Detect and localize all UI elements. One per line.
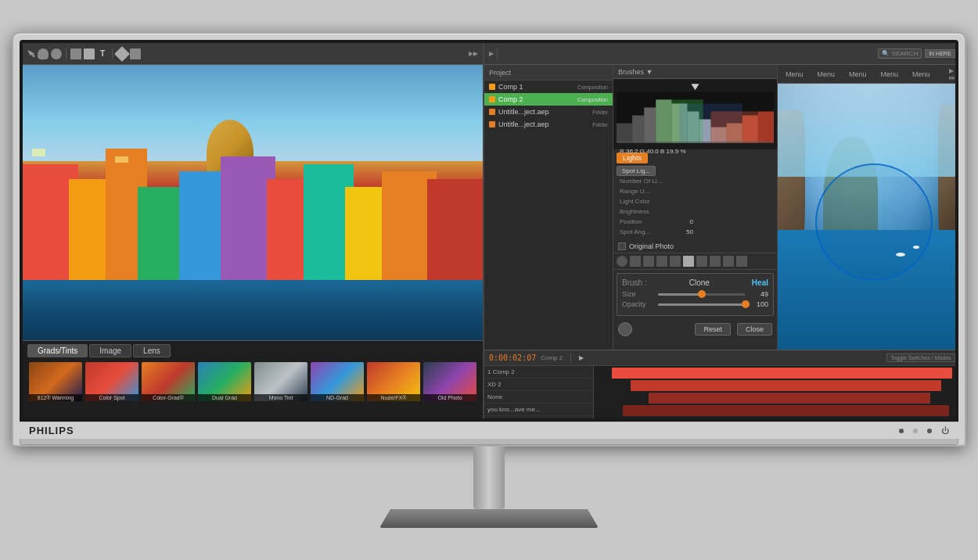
close-button[interactable]: Close — [737, 323, 772, 336]
track-bar-2 — [631, 380, 941, 391]
tab-grads-tints[interactable]: Grads/Tints — [27, 344, 88, 357]
project-item-folder2[interactable]: Untitle...ject.aep Folder — [484, 118, 613, 131]
reset-button[interactable]: Reset — [695, 323, 731, 336]
menu-bar: Menu Menu Menu Menu Menu ▶ ⏭ — [778, 65, 955, 84]
spot-lights-button[interactable]: Spot Lig... — [617, 166, 656, 176]
original-photo-checkbox[interactable] — [618, 242, 626, 250]
thumb-5[interactable]: Mono Tint — [254, 362, 307, 401]
position-value: 0 — [678, 218, 693, 225]
thumb-8[interactable]: Old Photo — [423, 362, 476, 401]
monitor-shell: T ▶▶ — [12, 32, 966, 447]
brush-header: Brush : Clone Heal — [622, 278, 768, 287]
heal-label[interactable]: Heal — [752, 278, 768, 287]
brush-label: Brush : — [622, 278, 647, 287]
track-bar-1 — [612, 368, 952, 379]
right-toolbar-end: ▶▶ — [469, 50, 478, 57]
tool-btn-4[interactable] — [656, 256, 667, 267]
size-slider-row: Size 49 — [622, 290, 768, 298]
thumb-3[interactable]: Color-Grad® — [142, 362, 195, 401]
search-icon: 🔍 — [882, 50, 890, 57]
toggle-switches-btn[interactable]: Toggle Switches / Modes — [886, 354, 955, 362]
size-slider[interactable] — [658, 293, 745, 296]
svg-rect-2 — [617, 124, 632, 143]
size-thumb[interactable] — [698, 290, 706, 298]
photo-background — [23, 65, 483, 340]
folder1-type: Folder — [592, 109, 608, 115]
opacity-thumb[interactable] — [742, 300, 750, 308]
tool-btn-9[interactable] — [723, 256, 734, 267]
thumb-3-label: Color-Grad® — [142, 394, 195, 401]
tool-btn-8[interactable] — [710, 256, 721, 267]
track-label-3: None — [484, 391, 593, 404]
project-item-folder1[interactable]: Untitle...ject.aep Folder — [484, 106, 613, 118]
sky-bright — [778, 84, 955, 177]
tool-btn-10[interactable] — [736, 256, 747, 267]
position-label: Position — [620, 218, 674, 225]
histogram-values: R 36.2 G 40.0 B 19.9 % — [617, 146, 774, 156]
buildings-layer — [23, 134, 483, 285]
tab-image[interactable]: Image — [89, 344, 131, 357]
menu-item-3[interactable]: Menu — [846, 69, 870, 80]
middle-panel: Brushes ▼ — [613, 65, 778, 350]
brightness-row: Brightness — [617, 206, 774, 217]
power-icon[interactable]: ⏻ — [941, 426, 949, 435]
project-item-comp2[interactable]: Comp 2 Composition — [484, 93, 613, 106]
thumb-6-label: ND-Grad — [311, 394, 364, 401]
tool-icons-row — [613, 253, 777, 270]
original-photo-row: Original Photo — [613, 240, 777, 253]
menu-item-5[interactable]: Menu — [909, 69, 933, 80]
timeline-comp-label: Comp 2 — [541, 354, 563, 361]
tool-btn-1[interactable] — [617, 256, 627, 267]
circle-control[interactable] — [618, 322, 632, 336]
brush-section: Brush : Clone Heal Size — [617, 273, 774, 316]
light-color-label: Light Color — [620, 198, 674, 205]
thumb-6[interactable]: ND-Grad — [311, 362, 364, 401]
opacity-slider[interactable] — [658, 303, 745, 306]
comp2-icon — [489, 96, 495, 102]
thumb-4[interactable]: Dual Grad — [198, 362, 251, 401]
folder1-icon — [489, 109, 495, 115]
pen-icon — [114, 46, 130, 62]
thumb-4-label: Dual Grad — [198, 394, 251, 401]
thumb-2[interactable]: Color Spot — [85, 362, 138, 401]
philips-logo: PHILIPS — [29, 425, 74, 436]
ocean-photo — [778, 84, 955, 350]
project-item-comp1[interactable]: Comp 1 Composition — [484, 81, 613, 93]
play-button[interactable]: ▶ — [579, 354, 584, 361]
status-indicator-3 — [927, 429, 932, 433]
timeline-header: 0:00:02:07 Comp 2 ▶ Toggle Switches / Mo… — [484, 350, 955, 366]
svg-rect-15 — [711, 111, 758, 142]
tool-btn-5[interactable] — [670, 256, 681, 267]
thumb-7[interactable]: Nude/FX® — [367, 362, 420, 401]
tab-lens[interactable]: Lens — [133, 344, 171, 357]
in-here-button[interactable]: IN HERE — [925, 49, 955, 58]
menu-item-1[interactable]: Menu — [782, 69, 807, 80]
zoom-icon — [51, 48, 62, 59]
track-content — [594, 366, 955, 418]
main-photo-area — [23, 65, 483, 340]
cursor-icon — [27, 50, 35, 58]
original-photo-label: Original Photo — [629, 242, 674, 250]
comp1-type: Composition — [577, 84, 608, 90]
tool-btn-2[interactable] — [630, 256, 641, 267]
opacity-value: 100 — [750, 300, 768, 308]
thumb-1[interactable]: 812® Warming — [29, 362, 82, 401]
spot-angle-label: Spot Ang... — [620, 228, 674, 235]
stand-neck — [473, 447, 505, 509]
clone-label[interactable]: Clone — [689, 278, 710, 287]
circle-overlay — [815, 163, 933, 281]
tool-btn-7[interactable] — [696, 256, 707, 267]
size-value: 49 — [750, 290, 768, 298]
range-row: Range U... — [617, 186, 774, 196]
reflection — [23, 285, 483, 340]
tool-btn-6[interactable] — [683, 256, 694, 267]
project-panel-header: Project — [484, 65, 613, 81]
menu-item-2[interactable]: Menu — [814, 69, 839, 80]
folder1-name: Untitle...ject.aep — [498, 108, 549, 116]
opacity-label: Opacity — [622, 300, 653, 308]
brightness-label: Brightness — [620, 208, 674, 215]
track-bar-4 — [623, 405, 948, 416]
menu-item-4[interactable]: Menu — [878, 69, 902, 80]
hand-icon — [38, 48, 49, 59]
tool-btn-3[interactable] — [643, 256, 654, 267]
